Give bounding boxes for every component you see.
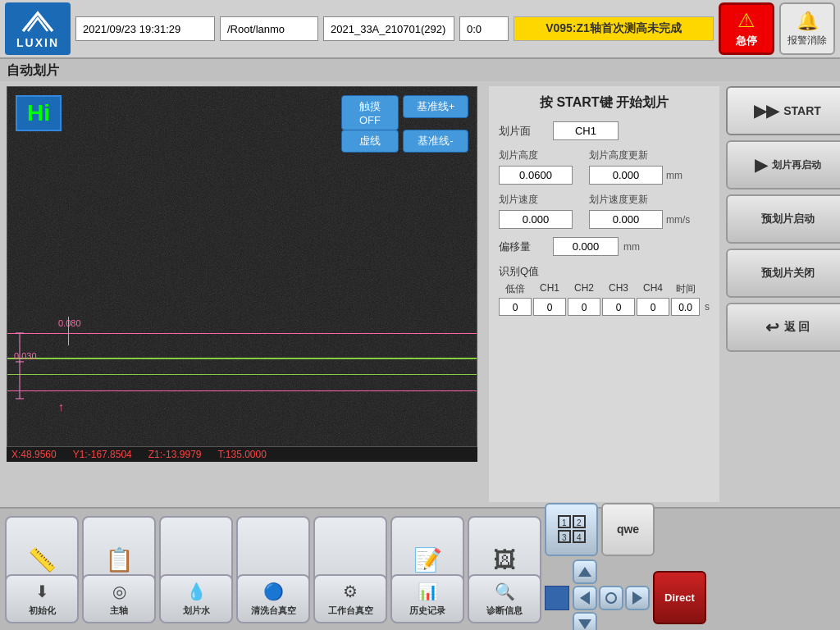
arrow-up: ↑ [58, 400, 64, 413]
bottom-toolbar: 📏 测高 📋 划片参数 📝 操作记录 🖼 截屏 1 2 3 [0, 507, 840, 630]
arrow-up-icon [577, 564, 593, 580]
op-log-icon: 📝 [413, 546, 442, 573]
svg-marker-14 [580, 591, 590, 605]
slice-surface-input[interactable] [553, 121, 619, 140]
left-panel: Hi 触摸OFF 基准线+ 虚线 基准线- 0.080 0.030 ↑ [7, 86, 482, 502]
direct-button[interactable]: Direct [653, 571, 706, 624]
height-label: 划片高度 [499, 148, 573, 162]
qwe-label: qwe [617, 523, 639, 536]
green-line [7, 358, 477, 359]
dashed-line-button[interactable]: 虚线 [341, 130, 399, 153]
history-button[interactable]: 📊 历史记录 [390, 574, 464, 623]
hi-label: Hi [16, 95, 62, 131]
arrow-down-icon [577, 616, 593, 631]
svg-point-15 [606, 593, 616, 603]
restart-label: 划片再启动 [772, 158, 821, 172]
start-button[interactable]: ▶▶ START [726, 86, 840, 135]
alarm-clear-button[interactable]: 🔔 报警消除 [779, 2, 835, 55]
init-label: 初始化 [29, 605, 56, 617]
height-update-input[interactable] [589, 166, 663, 185]
svg-marker-17 [578, 619, 591, 629]
speed-unit: mm/s [666, 214, 690, 226]
ems-icon: ⚠ [737, 9, 756, 32]
q-header-0: 低倍 [499, 282, 532, 296]
qwe-button[interactable]: qwe [601, 503, 655, 556]
back-label: 返 回 [784, 320, 810, 335]
slice-params-icon: 📋 [105, 546, 134, 573]
status-x: X:48.9560 [11, 449, 57, 460]
back-button[interactable]: ↩ 返 回 [726, 303, 840, 352]
slice-water-label: 划片水 [183, 605, 210, 617]
speed-update-input[interactable] [589, 210, 663, 229]
height-unit: mm [666, 170, 682, 181]
nav-up-button[interactable] [573, 559, 597, 584]
pink-line-top [7, 333, 477, 334]
history-label: 历史记录 [409, 605, 445, 617]
path-display: /Root/lanmo [220, 16, 318, 41]
height-group: 划片高度 划片高度更新 mm [499, 148, 710, 185]
ems-button[interactable]: ⚠ 急停 [719, 2, 774, 55]
right-toolbar-section: 1 2 3 4 qwe [545, 503, 706, 631]
top-info-group: 2021/09/23 19:31:29 /Root/lanmo 2021_33A… [75, 16, 714, 41]
grid-button[interactable]: 1 2 3 4 [545, 503, 598, 556]
q-value-4: 0 [637, 298, 669, 316]
direct-label: Direct [664, 591, 695, 604]
nav-center-button[interactable] [599, 586, 623, 610]
pre-start-label: 预划片启动 [761, 212, 815, 226]
arrow-left-icon [577, 590, 593, 606]
logo-text: LUXIN [16, 36, 59, 49]
q-value-0: 0 [499, 298, 532, 316]
baseline-minus-button[interactable]: 基准线- [403, 130, 468, 153]
q-value-5: 0.0 [671, 298, 700, 316]
q-table-header: 低倍 CH1 CH2 CH3 CH4 时间 [499, 282, 710, 296]
baseline-plus-button[interactable]: 基准线+ [403, 95, 468, 118]
alarm-clear-label: 报警消除 [788, 34, 827, 48]
diag-button[interactable]: 🔍 诊断信息 [468, 574, 541, 623]
touch-off-button[interactable]: 触摸OFF [341, 95, 399, 130]
q-header-4: CH4 [637, 282, 669, 296]
start-label: START [783, 104, 821, 117]
work-vacuum-button[interactable]: ⚙ 工作台真空 [313, 574, 387, 623]
speed-group: 划片速度 划片速度更新 mm/s [499, 193, 710, 229]
status-y1: Y1:-167.8504 [73, 449, 132, 460]
coords-display: 0:0 [459, 16, 509, 41]
speed-label: 划片速度 [499, 193, 573, 207]
pre-start-button[interactable]: 预划片启动 [726, 194, 840, 244]
spindle-button[interactable]: ◎ 主轴 [82, 574, 156, 623]
camera-view: Hi 触摸OFF 基准线+ 虚线 基准线- 0.080 0.030 ↑ [7, 86, 477, 447]
bottom-row-2: ⬇ 初始化 ◎ 主轴 💧 划片水 🔵 清洗台真空 ⚙ 工作台真空 📊 历史记录 … [5, 574, 541, 623]
offset-input[interactable] [553, 237, 619, 256]
speed-item: 划片速度 [499, 193, 573, 229]
height-input[interactable] [499, 166, 573, 185]
speed-input[interactable] [499, 210, 573, 229]
svg-text:2: 2 [577, 518, 582, 527]
control-section: 按 START键 开始划片 划片面 划片高度 划片高度更新 [489, 86, 719, 502]
svg-text:3: 3 [562, 533, 567, 542]
restart-button[interactable]: ▶ 划片再启动 [726, 140, 840, 189]
nav-right-button[interactable] [625, 586, 650, 610]
pre-stop-label: 预划片关闭 [761, 266, 815, 281]
jobid-display: 2021_33A_210701(292) [323, 16, 454, 41]
panel-title: 自动划片 [7, 63, 59, 77]
status-z1: Z1:-13.9979 [148, 449, 202, 460]
start-title: 按 START键 开始划片 [499, 94, 710, 112]
marker-080: 0.080 [58, 318, 81, 328]
nav-down-button[interactable] [573, 612, 597, 631]
back-icon: ↩ [765, 317, 779, 337]
slice-surface-label: 划片面 [499, 124, 548, 139]
blue-square-indicator [545, 586, 569, 610]
init-button[interactable]: ⬇ 初始化 [5, 574, 79, 623]
pre-stop-button[interactable]: 预划片关闭 [726, 249, 840, 298]
slice-water-button[interactable]: 💧 划片水 [159, 574, 233, 623]
right-area: 按 START键 开始划片 划片面 划片高度 划片高度更新 [489, 86, 840, 502]
spindle-icon: ◎ [112, 582, 126, 601]
nav-left-button[interactable] [573, 586, 597, 610]
diag-icon: 🔍 [495, 582, 515, 601]
spindle-label: 主轴 [110, 605, 128, 617]
init-icon: ⬇ [35, 582, 49, 601]
q-title: 识别Q值 [499, 264, 710, 279]
q-header-2: CH2 [568, 282, 600, 296]
clean-vacuum-button[interactable]: 🔵 清洗台真空 [236, 574, 310, 623]
q-section: 识别Q值 低倍 CH1 CH2 CH3 CH4 时间 0 0 0 0 [499, 264, 710, 316]
alert-bar: V095:Z1轴首次测高未完成 [514, 16, 714, 41]
